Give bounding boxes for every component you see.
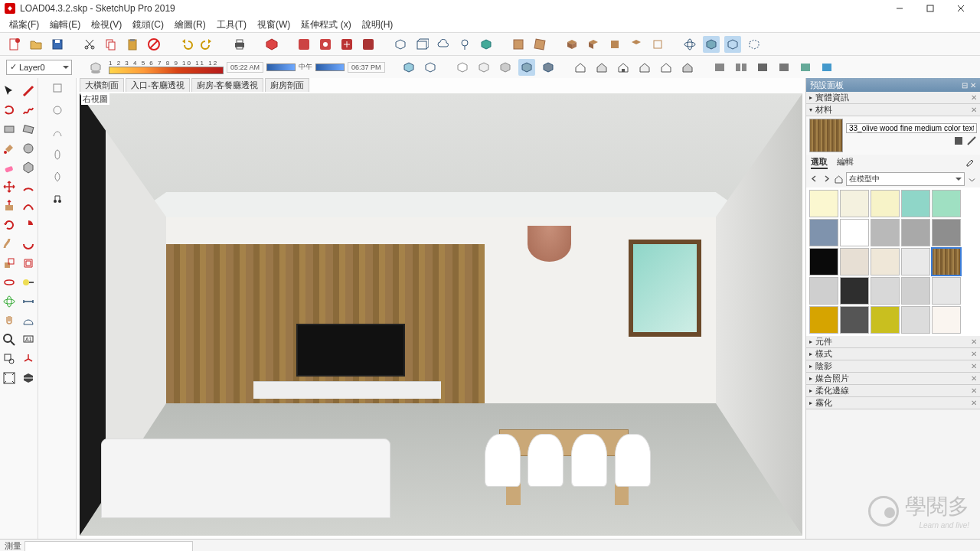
section-entity-info[interactable]: ▸實體資訊✕ <box>806 92 980 104</box>
material-swatch[interactable] <box>871 248 900 276</box>
delete-icon[interactable] <box>145 36 162 53</box>
menu-window[interactable]: 視窗(W) <box>253 17 295 33</box>
library-menu-icon[interactable] <box>967 174 977 185</box>
timeline-day-bar2[interactable] <box>315 64 345 71</box>
menu-file[interactable]: 檔案(F) <box>5 17 44 33</box>
face-style6-icon[interactable] <box>518 59 535 76</box>
redo-icon[interactable] <box>199 36 216 53</box>
material-swatch[interactable] <box>871 306 900 334</box>
new-file-icon[interactable] <box>6 36 23 53</box>
material-swatch[interactable] <box>901 219 930 246</box>
house6-icon[interactable] <box>679 59 696 76</box>
location-icon[interactable] <box>456 36 473 53</box>
view4-icon[interactable] <box>628 36 645 53</box>
print-icon[interactable] <box>231 36 248 53</box>
scene-tab-2[interactable]: 廚房-客餐廳透視 <box>191 78 264 92</box>
offset2-tool-icon[interactable] <box>0 272 19 292</box>
component-icon[interactable] <box>263 36 280 53</box>
line-tool-icon[interactable] <box>19 81 38 100</box>
rotrect-tool-icon[interactable] <box>19 119 38 139</box>
section-matchphoto[interactable]: ▸媒合照片✕ <box>806 373 980 385</box>
backedge-icon[interactable] <box>724 36 741 53</box>
tray-header[interactable]: 預設面板 ⊟ ✕ <box>806 78 980 92</box>
material-name-input[interactable] <box>846 123 977 133</box>
measurement-input[interactable] <box>24 541 193 552</box>
timeline-month-bar[interactable] <box>109 67 224 74</box>
save-file-icon[interactable] <box>49 36 66 53</box>
move-tool-icon[interactable] <box>0 177 19 196</box>
material-thumbnail[interactable] <box>809 119 843 152</box>
material-swatch[interactable] <box>932 277 961 305</box>
material-swatch[interactable] <box>809 277 838 305</box>
layer-selector[interactable]: ✓Layer0 <box>6 60 72 75</box>
view3-icon[interactable] <box>606 36 623 53</box>
xray-icon[interactable] <box>703 36 720 53</box>
warehouse-icon[interactable] <box>478 36 495 53</box>
section-tool-icon[interactable] <box>19 368 38 387</box>
wireframe-icon[interactable] <box>746 36 763 53</box>
scale-tool-icon[interactable] <box>0 253 19 272</box>
paint-tool-icon[interactable] <box>0 139 19 158</box>
menu-tools[interactable]: 工具(T) <box>212 17 251 33</box>
nav-back-icon[interactable] <box>809 174 819 185</box>
material-swatch[interactable] <box>871 277 900 305</box>
cloud-icon[interactable] <box>435 36 452 53</box>
material-swatch[interactable] <box>809 219 838 246</box>
open-file-icon[interactable] <box>28 36 44 53</box>
arc-tool-icon[interactable] <box>19 177 38 196</box>
section-shadows[interactable]: ▸陰影✕ <box>806 360 980 373</box>
ext-tool1-icon[interactable] <box>51 81 64 97</box>
material-swatch[interactable] <box>901 248 930 276</box>
solid-tool2-icon[interactable] <box>413 36 430 53</box>
zoomext-icon[interactable] <box>0 368 19 387</box>
material-swatch[interactable] <box>840 248 869 276</box>
window-close-button[interactable] <box>946 1 975 16</box>
menu-help[interactable]: 說明(H) <box>358 17 398 33</box>
tape-tool-icon[interactable] <box>19 272 38 292</box>
ext1-icon[interactable] <box>296 36 312 53</box>
material-swatch[interactable] <box>871 190 900 217</box>
menu-draw[interactable]: 繪圖(R) <box>170 17 211 33</box>
scene4-icon[interactable] <box>776 59 792 76</box>
scene-tab-3[interactable]: 廚房剖面 <box>265 78 309 92</box>
section-styles[interactable]: ▸樣式✕ <box>806 348 980 360</box>
face-style4-icon[interactable] <box>475 59 492 76</box>
arc3-tool-icon[interactable] <box>19 234 38 253</box>
material-swatch[interactable] <box>809 306 838 334</box>
material-swatch[interactable] <box>840 306 869 334</box>
material-swatch[interactable] <box>840 219 869 246</box>
ext-tool3-icon[interactable] <box>51 126 64 142</box>
cut-icon[interactable] <box>81 36 98 53</box>
freehand-tool-icon[interactable] <box>19 100 38 119</box>
orbit-icon[interactable] <box>681 36 698 53</box>
dimension-tool-icon[interactable] <box>19 292 38 311</box>
ext4-icon[interactable] <box>360 36 377 53</box>
view5-icon[interactable] <box>649 36 666 53</box>
material-swatch[interactable] <box>932 248 961 276</box>
text-tool-icon[interactable]: A1 <box>19 330 38 349</box>
axes-tool-icon[interactable] <box>19 349 38 368</box>
ext-tool2-icon[interactable] <box>51 103 64 119</box>
view1-icon[interactable] <box>564 36 580 53</box>
pie-tool-icon[interactable] <box>19 215 38 234</box>
style2-icon[interactable] <box>531 36 548 53</box>
section-soften[interactable]: ▸柔化邊線✕ <box>806 385 980 397</box>
face-style5-icon[interactable] <box>497 59 514 76</box>
select-tool-icon[interactable] <box>0 81 19 100</box>
house2-icon[interactable] <box>593 59 610 76</box>
ext2-icon[interactable] <box>317 36 334 53</box>
section-materials[interactable]: ▾材料✕ <box>806 104 980 116</box>
material-swatch[interactable] <box>932 306 961 334</box>
scene6-icon[interactable] <box>818 59 835 76</box>
section-components[interactable]: ▸元件✕ <box>806 336 980 348</box>
protractor-tool-icon[interactable] <box>19 311 38 330</box>
material-swatch[interactable] <box>932 190 961 217</box>
section-fog[interactable]: ▸霧化✕ <box>806 397 980 409</box>
house4-icon[interactable] <box>636 59 653 76</box>
offset-tool-icon[interactable] <box>19 253 38 272</box>
ext-tool5-icon[interactable] <box>51 170 64 186</box>
face-style3-icon[interactable] <box>454 59 471 76</box>
rect-tool-icon[interactable] <box>0 119 19 139</box>
material-tab-edit[interactable]: 編輯 <box>837 156 854 169</box>
polygon-tool-icon[interactable] <box>19 158 38 177</box>
